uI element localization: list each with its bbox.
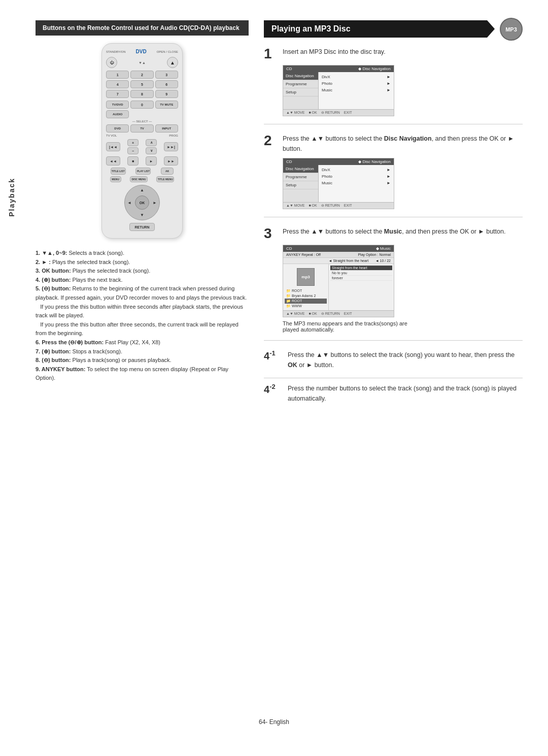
disc-menu-btn[interactable]: DISC MENU — [130, 176, 148, 182]
screen-2-nav-prog: Programme — [283, 173, 318, 181]
ok-button[interactable]: OK — [135, 195, 149, 210]
power-button[interactable]: ⏻ — [106, 57, 117, 68]
title-menu-btn[interactable]: TITLE MENU — [156, 176, 174, 182]
play-list-btn[interactable]: PLAY LIST — [135, 168, 151, 175]
prev-btn[interactable]: |◄◄ — [106, 142, 120, 151]
nav-left-arrow[interactable]: ◄ — [127, 201, 131, 205]
screen-1-nav-prog: Programme — [283, 80, 318, 88]
select-label: — SELECT — — [132, 120, 152, 123]
nav-right-arrow[interactable]: ► — [153, 201, 157, 205]
instruction-4: 4. (⊕) button: Plays the next track. — [36, 276, 249, 285]
screen-2-nav-setup: Setup — [283, 181, 318, 189]
screen-1-header: CD ◆ Disc Navigation — [283, 65, 394, 72]
step-3-note: The MP3 menu appears and the tracks(song… — [283, 320, 523, 333]
title-list-btn[interactable]: TITLE LIST — [111, 168, 126, 175]
input-btn[interactable]: INPUT — [155, 124, 178, 133]
btn-8[interactable]: 8 — [130, 90, 153, 98]
btn-9[interactable]: 9 — [155, 90, 178, 98]
standby-label: STANDBY/ON — [106, 50, 126, 53]
play-btn[interactable]: ► — [146, 156, 157, 166]
remote-image-container: STANDBY/ON DVD OPEN / CLOSE ⏻ ▼▲ ▲ 1 2 3 — [36, 43, 249, 239]
dvd-btn[interactable]: DVD — [106, 124, 129, 133]
nav-up-arrow[interactable]: ▲ — [140, 188, 144, 192]
stop-btn[interactable]: ■ — [127, 156, 139, 166]
screen-2: CD ◆ Disc Navigation Disc Navigation Pro… — [283, 158, 394, 209]
right-column: MP3 Playing an MP3 Disc 1 Insert an MP3 … — [264, 20, 523, 698]
screen-2-divx: DivX► — [322, 167, 391, 173]
instruction-9: 9. ANYKEY button: To select the top menu… — [36, 365, 249, 383]
remote-control: STANDBY/ON DVD OPEN / CLOSE ⏻ ▼▲ ▲ 1 2 3 — [101, 43, 183, 239]
anykey-btn[interactable]: AK — [161, 168, 174, 175]
screen-1-body: Disc Navigation Programme Setup DivX► Ph… — [283, 72, 394, 109]
btn-5[interactable]: 5 — [130, 80, 153, 88]
music-left-panel: mp3 📁 ROOT 📁 Bryan Adams 2 📁 ROOT 📁 WWW — [283, 264, 329, 310]
music-subheader: ANYKEY Repeat : Off Play Option : Normal — [283, 252, 394, 258]
screen-1: CD ◆ Disc Navigation Disc Navigation Pro… — [283, 65, 394, 116]
step-2-text: Press the ▲▼ buttons to select the Disc … — [283, 134, 523, 154]
dvd-tv-input-row: DVD TV INPUT — [106, 124, 178, 133]
instruction-7: 7. (⊕) button: Stops a track(song). — [36, 347, 249, 356]
rew-btn[interactable]: ◄◄ — [106, 156, 120, 166]
play-option: Play Option : Normal — [358, 253, 391, 256]
next-btn[interactable]: ►►| — [164, 142, 178, 151]
playback-sidebar-label: Playback — [8, 178, 16, 217]
eject-button[interactable]: ▲ — [167, 57, 178, 68]
screen-2-music: Music► — [322, 180, 391, 186]
instruction-3: 3. OK button: Plays the selected track (… — [36, 267, 249, 276]
step-4-1-container: 4-1 Press the ▲▼ buttons to select the t… — [264, 350, 523, 378]
step-4-2-number: 4-2 — [264, 383, 282, 395]
screen-1-photo: Photo► — [322, 80, 391, 87]
menu-btn[interactable]: MENU — [110, 176, 121, 182]
btn-3[interactable]: 3 — [155, 71, 178, 79]
instruction-2: 2. ► : Plays the selected track (song). — [36, 258, 249, 267]
folder-bryan: 📁 Bryan Adams 2 — [285, 293, 327, 299]
audio-btn[interactable]: AUDIO — [106, 110, 129, 118]
open-close-label: OPEN / CLOSE — [157, 50, 178, 53]
folder-www: 📁 WWW — [285, 304, 327, 309]
track-2: No to you — [330, 271, 392, 276]
ff-btn[interactable]: ►► — [164, 156, 178, 166]
btn-1[interactable]: 1 — [106, 71, 129, 79]
step-1-container: 1 Insert an MP3 Disc into the disc tray.… — [264, 47, 523, 124]
btn-2[interactable]: 2 — [130, 71, 153, 79]
navigation-circle[interactable]: ▲ ▼ ◄ ► OK — [124, 185, 160, 220]
ch-up-btn[interactable]: ∧ — [146, 139, 157, 146]
folder-root-2: 📁 ROOT — [285, 299, 327, 304]
step-2-container: 2 Press the ▲▼ buttons to select the Dis… — [264, 134, 523, 217]
screen-1-right: ◆ Disc Navigation — [358, 67, 391, 71]
btn-7[interactable]: 7 — [106, 90, 129, 98]
screen-2-right: ◆ Disc Navigation — [358, 159, 391, 164]
tv-dvd-btn[interactable]: TV/DVD — [106, 101, 129, 109]
music-header: CD ◆ Music — [283, 245, 394, 252]
mp3-badge: MP3 — [500, 18, 523, 41]
step-1-number: 1 — [264, 47, 277, 61]
instruction-5: 5. (⊖) button: Returns to the beginning … — [36, 284, 249, 338]
tv-vol-label: TV VOL — [106, 134, 117, 137]
ch-down-btn[interactable]: ∨ — [146, 147, 157, 154]
step-3-number: 3 — [264, 226, 277, 241]
screen-2-content: DivX► Photo► Music► — [319, 165, 394, 202]
btn-0[interactable]: 0 — [130, 101, 153, 109]
vol-down-btn[interactable]: − — [127, 147, 139, 154]
return-btn[interactable]: RETURN — [129, 223, 155, 231]
btn-4[interactable]: 4 — [106, 80, 129, 88]
screen-1-footer: ▲▼ MOVE■ OK⊖ RETURNEXIT — [283, 109, 394, 116]
vol-up-btn[interactable]: + — [127, 139, 139, 146]
track-1: Straight from the heart — [330, 266, 392, 271]
nav-down-arrow[interactable]: ▼ — [140, 213, 144, 217]
music-header-right: ◆ Music — [376, 246, 391, 251]
tv-btn[interactable]: TV — [130, 124, 153, 133]
screen-2-nav-disc: Disc Navigation — [283, 165, 318, 173]
screen-1-music: Music► — [322, 87, 391, 93]
track-3: forever — [330, 276, 392, 281]
tv-mute-btn[interactable]: TV MUTE — [155, 101, 178, 109]
track-count-row: ◄ Straight from the heart ◄ 10 / 22 — [283, 258, 394, 264]
screen-2-nav: Disc Navigation Programme Setup — [283, 165, 319, 202]
step-2-number: 2 — [264, 134, 277, 148]
screen-1-nav: Disc Navigation Programme Setup — [283, 72, 319, 109]
screen-2-photo: Photo► — [322, 173, 391, 180]
screen-1-content: DivX► Photo► Music► — [319, 72, 394, 109]
btn-6[interactable]: 6 — [155, 80, 178, 88]
step-4-2-text: Press the number buttons to select the t… — [288, 383, 523, 404]
step-1-text: Insert an MP3 Disc into the disc tray. — [283, 47, 523, 57]
